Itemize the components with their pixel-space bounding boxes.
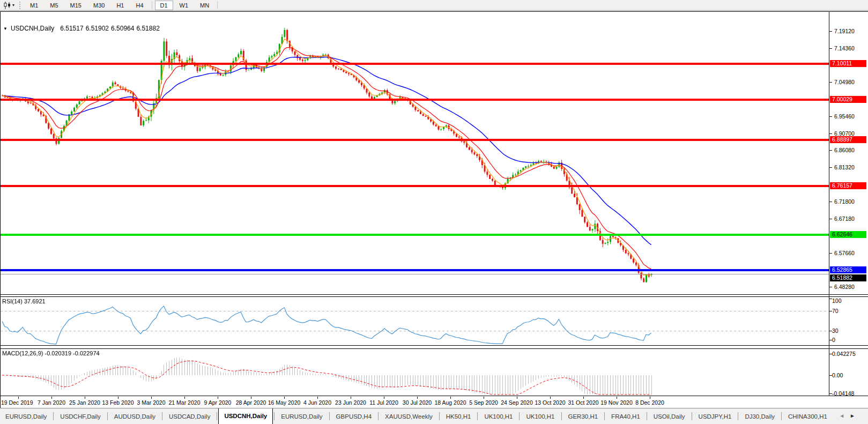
price-axis-label: 6.57660 (834, 250, 855, 256)
rsi-panel-top-border[interactable] (0, 296, 868, 297)
tab-scroll-buttons: ◄ ► (839, 412, 855, 420)
date-axis-tick (583, 397, 584, 399)
chart-tab-fra40[interactable]: FRA40,H1 (606, 409, 646, 424)
price-axis-tick (829, 82, 832, 83)
timeframe-w1[interactable]: W1 (174, 1, 194, 10)
mt4-window: ▾ M1M5M15M30H1H4D1W1MN ▼ USDCNH,Daily 6.… (0, 0, 868, 424)
rsi-panel-bottom-border[interactable] (0, 345, 868, 346)
tab-separator (378, 412, 379, 420)
chart-window: ▼ USDCNH,Daily 6.51517 6.51902 6.50964 6… (0, 11, 868, 408)
tab-separator (738, 412, 738, 420)
chart-tool-dropdown-caret[interactable]: ▾ (12, 3, 17, 8)
main-chart-canvas[interactable] (1, 12, 829, 294)
price-axis-separator (829, 11, 829, 396)
date-axis-tick (417, 397, 418, 399)
date-axis-tick (151, 397, 152, 399)
price-axis-tick (829, 31, 832, 32)
chart-tab-hk50[interactable]: HK50,H1 (441, 409, 477, 424)
date-axis-label: 8 Dec 2020 (635, 399, 664, 406)
price-line-badge: 7.00029 (830, 96, 866, 103)
price-axis-tick (829, 167, 832, 168)
tab-separator (604, 412, 605, 420)
chart-tab-eurusd[interactable]: EURUSD,Daily (276, 409, 328, 424)
toolbar: ▾ M1M5M15M30H1H4D1W1MN (0, 0, 868, 11)
macd-axis-label: 0.042275 (832, 351, 856, 357)
date-axis-label: 19 Nov 2020 (600, 399, 633, 406)
chart-tab-gbpusd[interactable]: GBPUSD,H4 (331, 409, 377, 424)
timeframe-d1[interactable]: D1 (155, 1, 173, 10)
price-axis-tick (829, 219, 832, 219)
tab-scroll-left-icon[interactable]: ◄ (839, 412, 844, 420)
price-axis-tick (829, 287, 832, 287)
date-axis-tick (617, 397, 617, 399)
rsi-axis-label: 0 (832, 337, 835, 343)
date-axis-label: 21 Mar 2020 (169, 399, 201, 406)
macd-label: MACD(12,26,9) -0.020319 -0.022974 (2, 350, 100, 356)
chart-collapse-icon[interactable]: ▼ (3, 26, 8, 31)
price-line-badge: 6.52865 (830, 266, 866, 273)
timeframe-m15[interactable]: M15 (65, 1, 87, 10)
chart-tab-usdchf[interactable]: USDCHF,Daily (55, 409, 106, 424)
tab-separator (519, 412, 520, 420)
macd-panel-top-border[interactable] (0, 348, 868, 349)
date-axis-label: 5 Sep 2020 (469, 399, 498, 406)
date-axis-label: 13 Feb 2020 (102, 399, 134, 406)
chart-top-border (0, 11, 868, 12)
date-axis-tick (184, 397, 185, 399)
chart-tab-xauusd[interactable]: XAUUSD,Weekly (380, 409, 438, 424)
chart-title: ▼ USDCNH,Daily 6.51517 6.51902 6.50964 6… (3, 25, 160, 32)
main-panel-bottom-border[interactable] (0, 294, 868, 295)
macd-panel-canvas[interactable] (1, 349, 829, 396)
price-axis-tick (829, 253, 832, 254)
ohlc-high: 6.51902 (86, 25, 109, 32)
tab-separator (107, 412, 108, 420)
chart-tab-usoil[interactable]: USOil,Daily (648, 409, 691, 424)
date-axis-label: 4 Jun 2020 (303, 399, 331, 406)
price-axis-label: 6.48280 (834, 284, 855, 290)
chart-tab-uk100[interactable]: UK100,H1 (479, 409, 518, 424)
date-axis-label: 25 Jan 2020 (69, 399, 100, 406)
chart-tab-china300[interactable]: CHINA300,H1 (783, 409, 828, 424)
date-axis-tick (251, 397, 251, 399)
chart-tab-ger30[interactable]: GER30,H1 (563, 409, 604, 424)
chart-tab-eurusd[interactable]: EURUSD,Daily (0, 409, 52, 424)
tab-separator (477, 412, 478, 420)
timeframe-m30[interactable]: M30 (88, 1, 110, 10)
rsi-panel-canvas[interactable] (1, 297, 829, 345)
date-axis-label: 13 Oct 2020 (535, 399, 565, 406)
chart-tab-usdcnh-active[interactable]: USDCNH,Daily (218, 408, 273, 424)
price-axis-label: 6.71800 (834, 198, 855, 205)
timeframe-m5[interactable]: M5 (44, 1, 63, 10)
tab-separator (561, 412, 562, 420)
date-axis-label: 23 Jun 2020 (335, 399, 366, 406)
price-axis-tick (829, 133, 832, 134)
timeframe-h4[interactable]: H4 (130, 1, 149, 10)
chart-tab-usdcad[interactable]: USDCAD,Daily (164, 409, 216, 424)
toolbar-grip (19, 2, 20, 9)
chart-tab-uk100[interactable]: UK100,H1 (521, 409, 560, 424)
chart-symbol: USDCNH,Daily (11, 25, 54, 32)
tab-separator (217, 412, 217, 420)
price-axis-label: 6.95460 (834, 113, 855, 120)
date-axis-tick (118, 397, 118, 399)
timeframe-m1[interactable]: M1 (25, 1, 43, 10)
chart-tab-dj30[interactable]: DJ30,Daily (739, 409, 780, 424)
chart-tool-icon[interactable] (2, 1, 12, 10)
toolbar-separator (152, 1, 152, 9)
timeframe-mn[interactable]: MN (195, 1, 214, 10)
date-axis-label: 18 Aug 2020 (435, 399, 466, 406)
tab-scroll-right-icon[interactable]: ► (850, 412, 855, 420)
tab-separator (692, 412, 692, 420)
date-axis-tick (384, 397, 384, 399)
date-axis-tick (218, 397, 218, 399)
chart-tab-audusd[interactable]: AUDUSD,Daily (109, 409, 161, 424)
price-line-badge: 7.10011 (830, 60, 866, 67)
tab-separator (162, 412, 162, 420)
date-axis-tick (550, 397, 551, 399)
price-line-badge: 6.76157 (830, 182, 866, 189)
timeframe-h1[interactable]: H1 (111, 1, 129, 10)
chart-tab-usdjpy[interactable]: USDJPY,H1 (693, 409, 737, 424)
price-axis-tick (829, 150, 832, 151)
rsi-axis-label: 100 (832, 297, 842, 304)
price-axis-label: 7.14360 (834, 45, 855, 51)
